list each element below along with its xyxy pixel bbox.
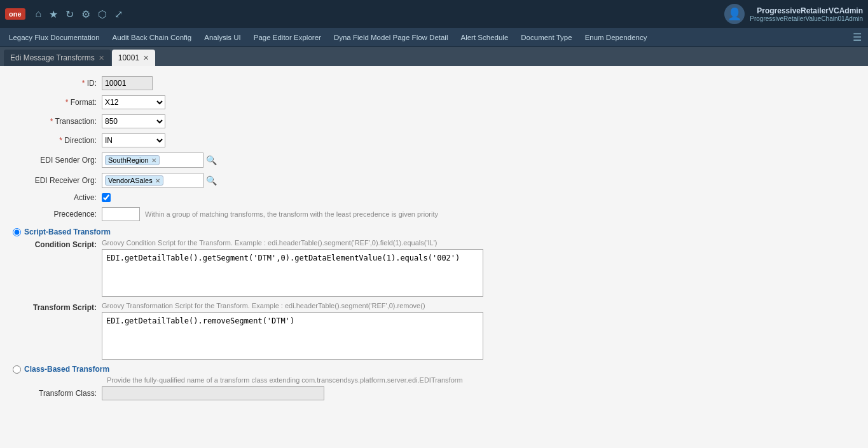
- transform-script-textarea[interactable]: [102, 312, 483, 360]
- active-checkbox[interactable]: [102, 193, 111, 202]
- transaction-required-star: *: [50, 117, 53, 126]
- user-sub: ProgressiveRetailerValueChain01Admin: [750, 15, 863, 22]
- menu-item-analysis[interactable]: Analysis UI: [198, 28, 247, 47]
- direction-label: * Direction:: [13, 136, 102, 145]
- hamburger-icon[interactable]: ☰: [853, 31, 868, 43]
- edi-receiver-label: EDI Receiver Org:: [13, 176, 102, 185]
- active-row: Active:: [13, 193, 855, 202]
- edi-sender-tag-close[interactable]: ✕: [151, 157, 156, 164]
- id-input[interactable]: [102, 76, 153, 90]
- refresh-icon[interactable]: ↻: [65, 8, 74, 20]
- class-based-label: Class-Based Transform: [24, 365, 109, 374]
- tab-edi-message[interactable]: Edi Message Transforms ✕: [4, 50, 111, 66]
- edi-sender-search-icon[interactable]: 🔍: [206, 155, 217, 165]
- top-bar: one ⌂ ★ ↻ ⚙ ⬡ ⤢ 👤 ProgressiveRetailerVCA…: [0, 0, 868, 28]
- transform-class-label: Transform Class:: [13, 389, 102, 398]
- tab-edi-close[interactable]: ✕: [99, 54, 104, 62]
- apps-icon[interactable]: ⬡: [98, 8, 107, 20]
- expand-icon[interactable]: ⤢: [114, 8, 123, 20]
- class-based-section: Class-Based Transform: [13, 365, 855, 374]
- transform-class-row: Transform Class:: [13, 386, 855, 400]
- transform-script-right: Groovy Transformation Script for the Tra…: [102, 302, 855, 360]
- edi-receiver-tag-label: VendorASales: [108, 177, 153, 184]
- menu-item-enum[interactable]: Enum Dependency: [579, 28, 654, 47]
- active-label: Active:: [13, 193, 102, 202]
- tab-10001[interactable]: 10001 ✕: [112, 50, 155, 66]
- menu-item-document[interactable]: Document Type: [514, 28, 578, 47]
- condition-script-textarea[interactable]: <span class="code-content"><span class="…: [102, 249, 483, 297]
- menu-item-legacy[interactable]: Legacy Flux Documentation: [3, 28, 106, 47]
- top-bar-left: one ⌂ ★ ↻ ⚙ ⬡ ⤢: [5, 8, 123, 20]
- transform-script-hint: Groovy Transformation Script for the Tra…: [102, 302, 855, 309]
- condition-script-right: Groovy Condition Script for the Transfor…: [102, 239, 855, 297]
- direction-row: * Direction: IN OUT: [13, 133, 855, 147]
- edi-receiver-search-icon[interactable]: 🔍: [206, 175, 217, 186]
- transaction-select[interactable]: 850 856 810: [102, 114, 165, 128]
- transaction-row: * Transaction: 850 856 810: [13, 114, 855, 128]
- menu-item-alert[interactable]: Alert Schedule: [454, 28, 514, 47]
- menu-item-page-editor[interactable]: Page Editor Explorer: [247, 28, 327, 47]
- transaction-label: * Transaction:: [13, 117, 102, 126]
- edi-sender-tag-southregion: SouthRegion ✕: [105, 155, 160, 165]
- precedence-label: Precedence:: [13, 210, 102, 219]
- settings-icon[interactable]: ⚙: [81, 8, 90, 20]
- one-logo: one: [5, 8, 25, 20]
- menu-item-dyna-field[interactable]: Dyna Field Model Page Flow Detail: [327, 28, 455, 47]
- script-based-section: Script-Based Transform: [13, 227, 855, 236]
- precedence-input[interactable]: [102, 207, 140, 221]
- favorites-icon[interactable]: ★: [49, 8, 58, 20]
- direction-select[interactable]: IN OUT: [102, 133, 165, 147]
- edi-sender-row: EDI Sender Org: SouthRegion ✕ 🔍: [13, 153, 855, 168]
- home-icon[interactable]: ⌂: [36, 8, 42, 20]
- user-info: ProgressiveRetailerVCAdmin ProgressiveRe…: [750, 6, 863, 22]
- id-row: * ID:: [13, 76, 855, 90]
- edi-receiver-input[interactable]: VendorASales ✕: [102, 173, 203, 188]
- id-required-star: *: [82, 79, 85, 88]
- edi-sender-tag-label: SouthRegion: [108, 156, 149, 164]
- id-label: * ID:: [13, 79, 102, 88]
- precedence-hint: Within a group of matching transforms, t…: [145, 210, 438, 218]
- transform-script-label: Transform Script:: [13, 302, 102, 312]
- avatar: 👤: [724, 4, 745, 24]
- tab-bar: Edi Message Transforms ✕ 10001 ✕: [0, 47, 868, 66]
- edi-receiver-tag-close[interactable]: ✕: [155, 177, 160, 184]
- edi-receiver-tag-vendorasales: VendorASales ✕: [105, 175, 163, 186]
- edi-receiver-row: EDI Receiver Org: VendorASales ✕ 🔍: [13, 173, 855, 188]
- edi-sender-label: EDI Sender Org:: [13, 156, 102, 165]
- main-content: * ID: * Format: X12 EDIFACT * Transactio…: [0, 66, 868, 448]
- condition-script-label: Condition Script:: [13, 239, 102, 249]
- tab-10001-close[interactable]: ✕: [143, 54, 149, 62]
- class-based-radio[interactable]: [13, 365, 21, 374]
- user-name: ProgressiveRetailerVCAdmin: [750, 6, 863, 15]
- tab-edi-message-label: Edi Message Transforms: [10, 53, 95, 62]
- class-based-hint: Provide the fully-qualified name of a tr…: [107, 376, 855, 384]
- tab-10001-label: 10001: [118, 53, 139, 62]
- top-bar-right: 👤 ProgressiveRetailerVCAdmin Progressive…: [724, 4, 863, 24]
- script-based-radio[interactable]: [13, 228, 21, 236]
- script-based-label: Script-Based Transform: [24, 227, 111, 236]
- edi-sender-input[interactable]: SouthRegion ✕: [102, 153, 203, 168]
- transform-script-row: Transform Script: Groovy Transformation …: [13, 302, 855, 360]
- menu-bar: Legacy Flux Documentation Audit Back Cha…: [0, 28, 868, 47]
- precedence-row: Precedence: Within a group of matching t…: [13, 207, 855, 221]
- format-required-star: *: [65, 98, 69, 107]
- format-select[interactable]: X12 EDIFACT: [102, 95, 165, 109]
- format-row: * Format: X12 EDIFACT: [13, 95, 855, 109]
- condition-script-row: Condition Script: Groovy Condition Scrip…: [13, 239, 855, 297]
- condition-script-hint: Groovy Condition Script for the Transfor…: [102, 239, 855, 247]
- direction-required-star: *: [59, 136, 62, 145]
- transform-class-input[interactable]: [102, 386, 324, 400]
- menu-item-audit[interactable]: Audit Back Chain Config: [106, 28, 198, 47]
- format-label: * Format:: [13, 98, 102, 107]
